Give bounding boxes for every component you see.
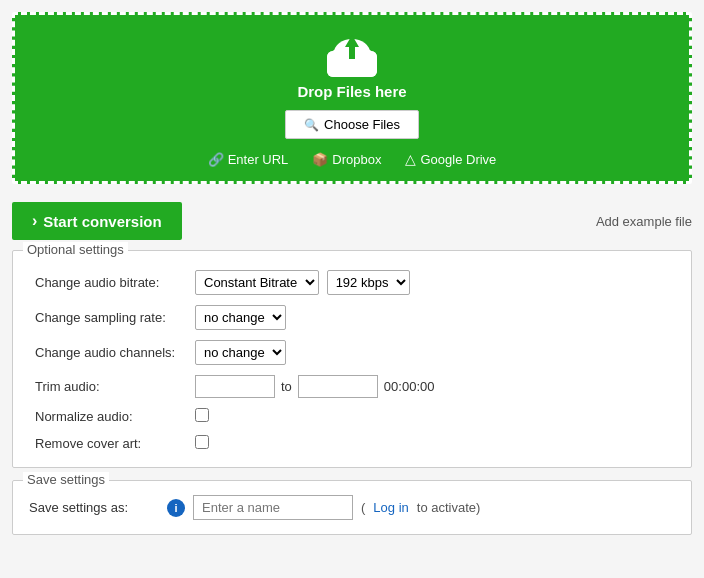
- bitrate-kbps-select[interactable]: 192 kbps 128 kbps 256 kbps 320 kbps: [327, 270, 410, 295]
- upload-icon: [327, 33, 377, 77]
- login-link[interactable]: Log in: [373, 500, 408, 515]
- bitrate-type-select[interactable]: Constant Bitrate Variable Bitrate: [195, 270, 319, 295]
- drop-zone[interactable]: Drop Files here 🔍 Choose Files 🔗 Enter U…: [12, 12, 692, 184]
- add-example-link[interactable]: Add example file: [596, 214, 692, 229]
- trim-inputs: to 00:00:00: [195, 375, 669, 398]
- sampling-controls: no change 44100 Hz 22050 Hz: [189, 300, 675, 335]
- activate-paren-open: (: [361, 500, 365, 515]
- save-settings-section: Save settings Save settings as: i ( Log …: [12, 480, 692, 535]
- drop-text: Drop Files here: [297, 83, 406, 100]
- google-drive-link[interactable]: △ Google Drive: [405, 151, 496, 167]
- google-drive-label: Google Drive: [420, 152, 496, 167]
- dropbox-label: Dropbox: [332, 152, 381, 167]
- save-as-label: Save settings as:: [29, 500, 159, 515]
- drive-icon: △: [405, 151, 416, 167]
- choose-files-label: Choose Files: [324, 117, 400, 132]
- optional-settings-legend: Optional settings: [23, 242, 128, 257]
- enter-url-link[interactable]: 🔗 Enter URL: [208, 151, 289, 167]
- enter-url-label: Enter URL: [228, 152, 289, 167]
- start-conversion-label: Start conversion: [43, 213, 161, 230]
- bitrate-controls: Constant Bitrate Variable Bitrate 192 kb…: [189, 265, 675, 300]
- trim-start-input[interactable]: [195, 375, 275, 398]
- cover-art-checkbox[interactable]: [195, 435, 209, 449]
- save-row: Save settings as: i ( Log in to activate…: [29, 495, 675, 520]
- trim-row: Trim audio: to 00:00:00: [29, 370, 675, 403]
- trim-time-display: 00:00:00: [384, 379, 435, 394]
- sampling-label: Change sampling rate:: [29, 300, 189, 335]
- svg-point-4: [354, 48, 374, 66]
- svg-point-3: [330, 48, 350, 66]
- info-icon[interactable]: i: [167, 499, 185, 517]
- save-name-input[interactable]: [193, 495, 353, 520]
- channels-row: Change audio channels: no change mono st…: [29, 335, 675, 370]
- start-conversion-button[interactable]: › Start conversion: [12, 202, 182, 240]
- cover-art-row: Remove cover art:: [29, 430, 675, 457]
- dropbox-link[interactable]: 📦 Dropbox: [312, 151, 381, 167]
- normalize-controls: [189, 403, 675, 430]
- normalize-row: Normalize audio:: [29, 403, 675, 430]
- trim-to-label: to: [281, 379, 292, 394]
- trim-controls: to 00:00:00: [189, 370, 675, 403]
- normalize-checkbox[interactable]: [195, 408, 209, 422]
- channels-controls: no change mono stereo: [189, 335, 675, 370]
- sampling-row: Change sampling rate: no change 44100 Hz…: [29, 300, 675, 335]
- link-icon: 🔗: [208, 152, 224, 167]
- save-settings-legend: Save settings: [23, 472, 109, 487]
- normalize-label: Normalize audio:: [29, 403, 189, 430]
- search-icon: 🔍: [304, 118, 319, 132]
- bitrate-row: Change audio bitrate: Constant Bitrate V…: [29, 265, 675, 300]
- settings-table: Change audio bitrate: Constant Bitrate V…: [29, 265, 675, 457]
- activate-text: to activate): [417, 500, 481, 515]
- chevron-icon: ›: [32, 212, 37, 230]
- optional-settings-section: Optional settings Change audio bitrate: …: [12, 250, 692, 468]
- channels-select[interactable]: no change mono stereo: [195, 340, 286, 365]
- channels-label: Change audio channels:: [29, 335, 189, 370]
- drop-links: 🔗 Enter URL 📦 Dropbox △ Google Drive: [208, 151, 497, 167]
- trim-label: Trim audio:: [29, 370, 189, 403]
- dropbox-icon: 📦: [312, 152, 328, 167]
- bitrate-label: Change audio bitrate:: [29, 265, 189, 300]
- cover-art-label: Remove cover art:: [29, 430, 189, 457]
- sampling-select[interactable]: no change 44100 Hz 22050 Hz: [195, 305, 286, 330]
- choose-files-button[interactable]: 🔍 Choose Files: [285, 110, 419, 139]
- trim-end-input[interactable]: [298, 375, 378, 398]
- cover-art-controls: [189, 430, 675, 457]
